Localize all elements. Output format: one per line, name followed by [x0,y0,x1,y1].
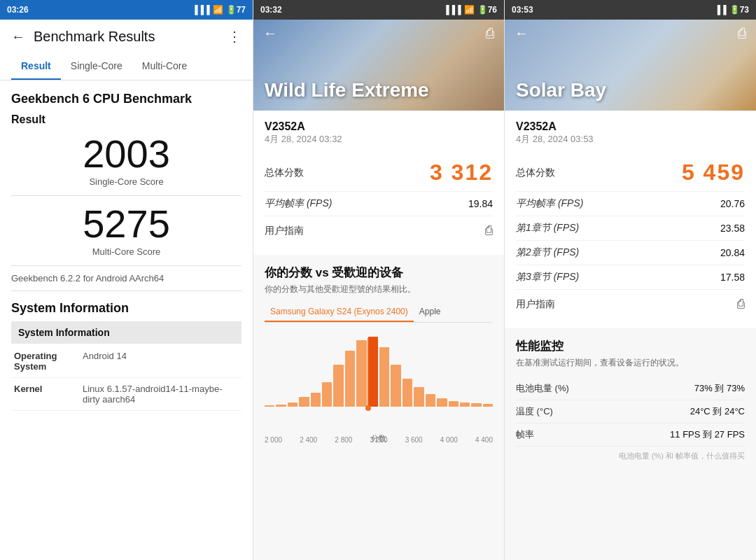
total-score-row-3: 总体分数 5 459 [516,154,745,192]
panel1-body: Geekbench 6 CPU Benchmark Result 2003 Si… [0,80,253,411]
hist-label-4: 3 600 [405,436,423,444]
signal-icon-2: ▐▐▐ [443,5,461,15]
device-date-2: 4月 28, 2024 03:32 [265,133,493,146]
tab-multi-core[interactable]: Multi-Core [132,53,197,80]
share-button-3[interactable]: ⎙ [738,25,746,41]
banner-title-2: Wild Life Extreme [265,78,429,102]
hist-bar-10 [379,347,389,407]
single-core-block: 2003 Single-Core Score [11,134,241,187]
status-time-3: 03:53 [512,5,533,15]
ch1-row: 第1章节 (FPS) 23.58 [516,216,745,241]
hist-bar-4 [311,393,321,407]
framerate-key: 帧率 [516,428,534,441]
ch3-label: 第3章节 (FPS) [516,271,579,284]
wifi-icon-2: 📶 [464,5,475,15]
fps-label-2: 平均帧率 (FPS) [265,197,332,210]
temp-row: 温度 (°C) 24°C 到 24°C [516,400,745,424]
panel-wild-life: 03:32 ▐▐▐ 📶 🔋76 ← ⎙ Wild Life Extreme V2… [253,0,505,560]
os-key: Operating System [14,351,77,372]
hist-bar-15 [437,398,447,407]
hist-marker [368,338,369,408]
total-score-3: 5 459 [682,160,745,186]
hist-label-3: 3 200 [370,436,387,444]
hist-label-5: 4 000 [440,436,458,444]
banner-toolbar-3: ← ⎙ [505,25,756,41]
status-icons-3: ▐▐ 🔋73 [715,5,749,15]
total-score-label-2: 总体分数 [265,167,304,179]
battery-row: 电池电量 (%) 73% 到 73% [516,377,745,400]
user-guide-label-3: 用户指南 [516,298,555,311]
ch1-label: 第1章节 (FPS) [516,222,579,234]
hist-bar-13 [414,387,424,407]
total-score-row-2: 总体分数 3 312 [265,154,493,192]
ch3-row: 第3章节 (FPS) 17.58 [516,265,745,290]
hist-bar-8 [356,340,366,407]
fps-value-2: 19.84 [468,198,493,209]
status-icons-2: ▐▐▐ 📶 🔋76 [443,5,497,15]
multi-core-block: 5275 Multi-Core Score [11,204,241,257]
share-icon-3[interactable]: ⎙ [737,297,745,312]
fps-value-3: 20.76 [720,198,745,209]
status-bar-panel3: 03:53 ▐▐ 🔋73 [505,0,756,20]
status-bar-panel1: 03:26 ▐▐▐ 📶 🔋77 [0,0,253,20]
status-bar-panel2: 03:32 ▐▐▐ 📶 🔋76 [253,0,504,20]
histogram-axis: 2 000 2 400 2 800 3 200 3 600 4 000 4 40… [265,436,493,444]
tab-single-core[interactable]: Single-Core [61,53,132,80]
multi-core-label: Multi-Core Score [11,246,241,257]
back-button-2[interactable]: ← [263,25,277,41]
panel-solar-bay: 03:53 ▐▐ 🔋73 ← ⎙ Solar Bay V2352A 4月 28,… [505,0,756,560]
version-info: Geekbench 6.2.2 for Android AArch64 [11,265,241,291]
hist-label-6: 4 400 [475,436,493,444]
back-button-3[interactable]: ← [514,25,528,41]
hist-bar-19 [483,404,493,407]
hist-bar-6 [333,365,343,407]
tabs-bar: Result Single-Core Multi-Core [0,53,253,80]
device-name-2: V2352A [265,120,493,133]
hist-label-1: 2 400 [300,436,317,444]
ch2-label: 第2章节 (FPS) [516,246,579,259]
banner-toolbar-2: ← ⎙ [253,25,504,41]
hist-bar-17 [460,402,470,407]
device-date-3: 4月 28, 2024 03:53 [516,133,745,146]
toolbar-panel1: ← Benchmark Results ⋮ [0,20,253,53]
tab-result[interactable]: Result [11,53,61,80]
single-core-score: 2003 [11,134,241,174]
banner-title-3: Solar Bay [516,78,606,102]
perf-title: 性能监控 [516,338,745,354]
watermark: 电池电量 (%) 和 帧率值，什么值得买 [516,447,745,465]
wifi-icon: 📶 [213,5,223,15]
histogram [265,330,493,421]
temp-val: 24°C 到 24°C [690,405,745,418]
user-guide-row-2: 用户指南 ⎙ [265,216,493,245]
panel-geekbench: 03:26 ▐▐▐ 📶 🔋77 ← Benchmark Results ⋮ Re… [0,0,253,560]
system-info-title: System Information [11,301,241,316]
device-name-3: V2352A [516,120,745,133]
compare-title: 你的分数 vs 受歡迎的设备 [265,265,493,281]
result-section-title: Result [11,113,241,126]
hist-bar-14 [426,394,435,407]
ch3-value: 17.58 [720,272,745,283]
device-tab-apple[interactable]: Apple [414,302,447,322]
os-row: Operating System Android 14 [11,345,241,378]
hist-bar-11 [391,365,400,407]
status-time-1: 03:26 [7,5,29,15]
back-button[interactable]: ← [11,29,25,45]
compare-section: 你的分数 vs 受歡迎的设备 你的分数与其他受歡迎型號的结果相比。 Samsun… [253,255,504,454]
temp-key: 温度 (°C) [516,405,553,418]
ch2-value: 20.84 [720,247,745,258]
fps-row-2: 平均帧率 (FPS) 19.84 [265,192,493,216]
more-button[interactable]: ⋮ [227,28,241,45]
device-tab-samsung[interactable]: Samsung Galaxy S24 (Exynos 2400) [265,302,414,322]
share-icon-2[interactable]: ⎙ [485,223,493,238]
hist-bar-3 [299,397,309,407]
battery-key: 电池电量 (%) [516,382,569,395]
ch1-value: 23.58 [720,223,745,234]
status-icons-1: ▐▐▐ 📶 🔋77 [192,5,246,15]
perf-monitor: 性能监控 在基准测试运行期间，查看设备运行的状况。 电池电量 (%) 73% 到… [505,328,756,475]
share-button-2[interactable]: ⎙ [486,25,494,41]
multi-core-score: 5275 [11,204,241,244]
single-core-label: Single-Core Score [11,176,241,187]
total-score-label-3: 总体分数 [516,167,555,179]
battery-icon-3: 🔋73 [729,5,749,15]
fps-row-3: 平均帧率 (FPS) 20.76 [516,192,745,216]
